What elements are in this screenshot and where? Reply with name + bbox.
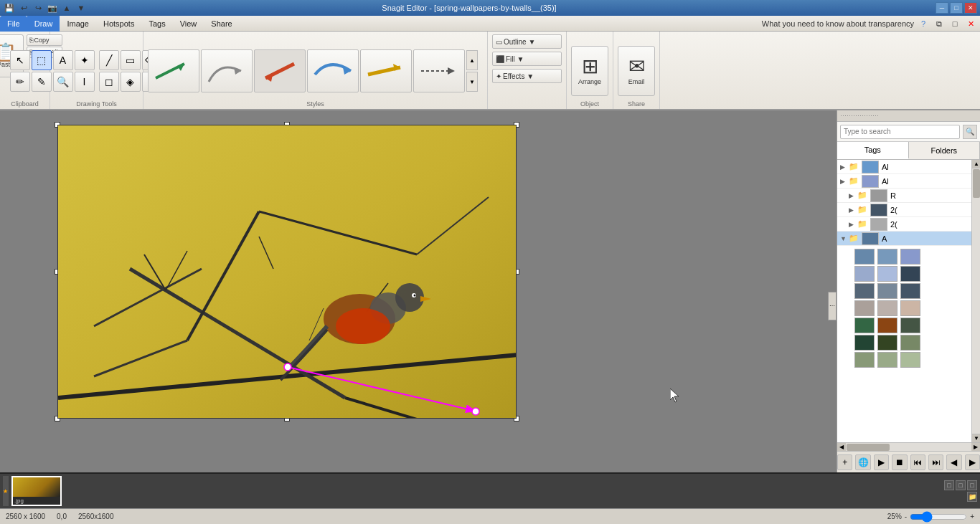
panel-btn-globe[interactable]: 🌐 bbox=[855, 454, 870, 470]
mini-thumb-17[interactable] bbox=[877, 335, 897, 351]
menu-tags[interactable]: Tags bbox=[141, 16, 172, 32]
tree-item-3[interactable]: ▶ 📁 R bbox=[837, 189, 971, 203]
scroll-up-btn[interactable]: ▲ bbox=[972, 160, 980, 168]
mini-thumb-9[interactable] bbox=[900, 283, 920, 299]
window-max-btn[interactable]: □ bbox=[948, 17, 961, 30]
pen-tool[interactable]: ✏ bbox=[10, 72, 30, 92]
window-restore-btn[interactable]: ⧉ bbox=[933, 17, 946, 30]
line-tool[interactable]: ╱ bbox=[99, 50, 119, 70]
mini-thumb-1[interactable] bbox=[854, 249, 875, 265]
tab-folders[interactable]: Folders bbox=[909, 142, 981, 159]
email-button[interactable]: ✉ Email bbox=[618, 46, 655, 96]
arrow-style-3[interactable] bbox=[254, 49, 306, 92]
mini-thumb-21[interactable] bbox=[900, 352, 920, 368]
mini-thumb-13[interactable] bbox=[854, 318, 875, 333]
panel-btn-stop[interactable]: ⏹ bbox=[892, 454, 907, 470]
restore-btn[interactable]: □ bbox=[950, 2, 963, 14]
mini-thumb-6[interactable] bbox=[900, 266, 920, 282]
hscroll-right-btn[interactable]: ▶ bbox=[971, 443, 980, 452]
zoom-tool[interactable]: 🔍 bbox=[53, 72, 73, 92]
zoom-plus[interactable]: + bbox=[970, 513, 974, 520]
hscroll-left-btn[interactable]: ◀ bbox=[837, 443, 846, 452]
rectangle-tool[interactable]: ▭ bbox=[121, 50, 141, 70]
mini-thumb-3[interactable] bbox=[900, 249, 920, 265]
help-btn[interactable]: ? bbox=[917, 17, 930, 30]
panel-btn-zoom-in[interactable]: + bbox=[837, 454, 852, 470]
qa-more-btn[interactable]: ▼ bbox=[75, 1, 88, 14]
menu-hotspots[interactable]: Hotspots bbox=[96, 16, 141, 32]
mini-thumb-8[interactable] bbox=[877, 283, 897, 299]
arrow-style-6[interactable] bbox=[413, 49, 465, 92]
fill-tool[interactable]: ◈ bbox=[121, 72, 141, 92]
mini-thumb-15[interactable] bbox=[900, 318, 920, 333]
mini-thumb-18[interactable] bbox=[900, 335, 920, 351]
filmstrip-folder[interactable]: 📁 bbox=[967, 492, 977, 502]
tree-item-2[interactable]: ▶ 📁 Al bbox=[837, 174, 971, 189]
panel-collapse-btn[interactable]: ⋯ bbox=[828, 292, 837, 320]
pencil-tool[interactable]: ✎ bbox=[32, 72, 52, 92]
menu-draw[interactable]: Draw bbox=[27, 16, 60, 32]
text-cursor-tool[interactable]: I bbox=[75, 72, 95, 92]
menu-image[interactable]: Image bbox=[60, 16, 96, 32]
menu-file[interactable]: File bbox=[0, 16, 27, 32]
filmstrip-size-1[interactable]: □ bbox=[944, 480, 954, 490]
zoom-minus[interactable]: - bbox=[905, 513, 907, 520]
mini-thumb-12[interactable] bbox=[900, 300, 920, 316]
filmstrip-size-3[interactable]: □ bbox=[967, 480, 977, 490]
styles-scroll-down[interactable]: ▼ bbox=[466, 72, 478, 92]
window-close-btn[interactable]: ✕ bbox=[964, 17, 977, 30]
mini-thumb-4[interactable] bbox=[854, 266, 875, 282]
mini-thumb-5[interactable] bbox=[877, 266, 897, 282]
arrow-style-2[interactable] bbox=[201, 49, 253, 92]
stamp-tool[interactable]: ✦ bbox=[75, 50, 95, 70]
mini-thumb-16[interactable] bbox=[854, 335, 875, 351]
menu-share[interactable]: Share bbox=[204, 16, 239, 32]
arrow-style-5[interactable] bbox=[360, 49, 412, 92]
panel-btn-play[interactable]: ▶ bbox=[874, 454, 889, 470]
canvas-area[interactable] bbox=[0, 110, 837, 472]
effects-dropdown[interactable]: ✦ Effects ▼ bbox=[492, 69, 562, 83]
close-btn[interactable]: ✕ bbox=[964, 2, 977, 14]
arrow-style-1[interactable] bbox=[148, 49, 199, 92]
mini-thumb-2[interactable] bbox=[877, 249, 897, 265]
panel-btn-rewind[interactable]: ⏮ bbox=[910, 454, 925, 470]
highlight-tool[interactable]: ◻ bbox=[99, 72, 119, 92]
tab-tags[interactable]: Tags bbox=[837, 142, 909, 159]
styles-scroll-up[interactable]: ▲ bbox=[466, 50, 478, 70]
panel-btn-next[interactable]: ▶ bbox=[965, 454, 980, 470]
tree-item-4[interactable]: ▶ 📁 2( bbox=[837, 203, 971, 217]
scroll-down-btn[interactable]: ▼ bbox=[972, 434, 980, 442]
panel-btn-fast-fwd[interactable]: ⏭ bbox=[928, 454, 943, 470]
marquee-tool[interactable]: ⬚ bbox=[32, 50, 52, 70]
mini-thumb-19[interactable] bbox=[854, 352, 875, 368]
mini-thumb-14[interactable] bbox=[877, 318, 897, 333]
mini-thumb-10[interactable] bbox=[854, 300, 875, 316]
filmstrip-size-2[interactable]: □ bbox=[956, 480, 966, 490]
qa-camera-btn[interactable]: 📷 bbox=[46, 1, 59, 14]
qa-save-btn[interactable]: 💾 bbox=[3, 1, 16, 14]
mini-thumb-20[interactable] bbox=[877, 352, 897, 368]
scroll-thumb[interactable] bbox=[973, 169, 980, 198]
zoom-range-input[interactable] bbox=[910, 511, 967, 523]
arrow-style-4[interactable] bbox=[307, 49, 359, 92]
tree-item-1[interactable]: ▶ 📁 Al bbox=[837, 160, 971, 174]
select-tool[interactable]: ↖ bbox=[10, 50, 30, 70]
text-tool[interactable]: A bbox=[53, 50, 73, 70]
minimize-btn[interactable]: ─ bbox=[936, 2, 948, 14]
search-button[interactable]: 🔍 bbox=[963, 125, 977, 139]
zoom-slider[interactable] bbox=[910, 512, 967, 522]
tree-item-6[interactable]: ▼ 📁 A bbox=[837, 232, 971, 246]
qa-up-btn[interactable]: ▲ bbox=[60, 1, 73, 14]
panel-btn-prev[interactable]: ◀ bbox=[946, 454, 961, 470]
menu-view[interactable]: View bbox=[173, 16, 204, 32]
tree-item-5[interactable]: ▶ 📁 2( bbox=[837, 217, 971, 232]
qa-redo-btn[interactable]: ↪ bbox=[32, 1, 44, 14]
film-item-1[interactable]: .jpg bbox=[11, 476, 62, 506]
qa-undo-btn[interactable]: ↩ bbox=[17, 1, 30, 14]
search-input[interactable] bbox=[840, 125, 960, 139]
fill-dropdown[interactable]: ⬛ Fill ▼ bbox=[492, 52, 562, 66]
arrange-button[interactable]: ⊞ Arrange bbox=[571, 46, 608, 96]
outline-dropdown[interactable]: ▭ Outline ▼ bbox=[492, 34, 562, 49]
mini-thumb-11[interactable] bbox=[877, 300, 897, 316]
mini-thumb-7[interactable] bbox=[854, 283, 875, 299]
